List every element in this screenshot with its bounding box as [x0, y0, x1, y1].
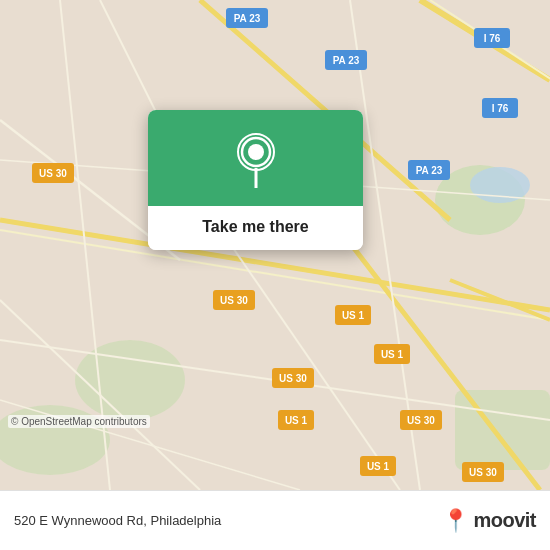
svg-text:I 76: I 76: [484, 33, 501, 44]
svg-text:PA 23: PA 23: [333, 55, 360, 66]
svg-text:US 1: US 1: [367, 461, 390, 472]
svg-text:US 30: US 30: [469, 467, 497, 478]
svg-point-2: [75, 340, 185, 420]
moovit-brand-text: moovit: [473, 509, 536, 532]
map-container[interactable]: PA 23 PA 23 PA 23 I 76 I 76 US 30 US 30 …: [0, 0, 550, 490]
popup-green-area: [148, 110, 363, 206]
address-text: 520 E Wynnewood Rd, Philadelphia: [14, 513, 221, 528]
svg-text:US 30: US 30: [220, 295, 248, 306]
svg-text:US 1: US 1: [285, 415, 308, 426]
take-me-there-button[interactable]: Take me there: [148, 206, 363, 250]
copyright-text: © OpenStreetMap contributors: [8, 415, 150, 428]
svg-point-51: [248, 144, 264, 160]
svg-text:US 30: US 30: [279, 373, 307, 384]
moovit-pin-icon: 📍: [442, 510, 469, 532]
bottom-bar: 520 E Wynnewood Rd, Philadelphia 📍 moovi…: [0, 490, 550, 550]
svg-text:PA 23: PA 23: [416, 165, 443, 176]
svg-text:US 30: US 30: [407, 415, 435, 426]
svg-text:US 1: US 1: [381, 349, 404, 360]
moovit-logo: 📍 moovit: [442, 509, 536, 532]
popup-card: Take me there: [148, 110, 363, 250]
svg-text:PA 23: PA 23: [234, 13, 261, 24]
map-pin-icon: [233, 132, 279, 188]
svg-text:US 30: US 30: [39, 168, 67, 179]
svg-text:I 76: I 76: [492, 103, 509, 114]
svg-text:US 1: US 1: [342, 310, 365, 321]
